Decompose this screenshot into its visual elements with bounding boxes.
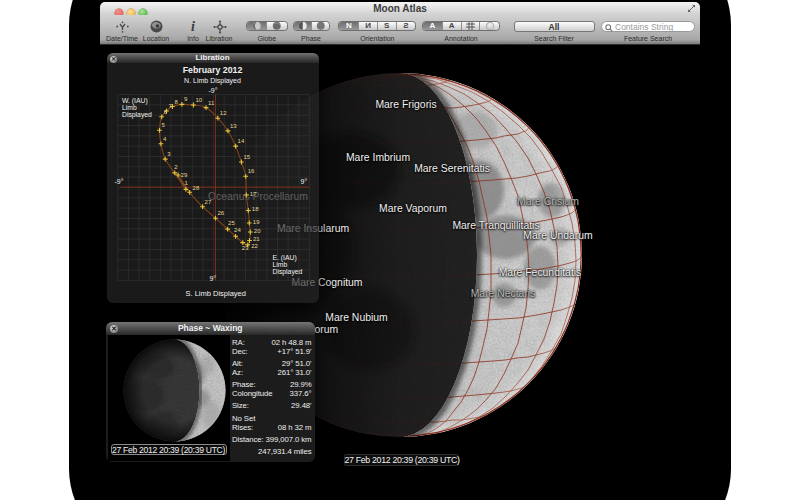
svg-text:10: 10 [195, 97, 202, 103]
svg-text:4: 4 [162, 135, 166, 141]
svg-text:22: 22 [251, 243, 258, 249]
svg-text:28: 28 [192, 185, 199, 191]
svg-text:23: 23 [241, 245, 248, 251]
svg-text:24: 24 [234, 227, 241, 233]
svg-text:11: 11 [208, 99, 215, 105]
svg-text:27: 27 [204, 198, 211, 204]
svg-text:19: 19 [252, 218, 259, 224]
svg-text:8: 8 [174, 98, 178, 104]
svg-text:25: 25 [228, 219, 235, 225]
svg-text:18: 18 [251, 206, 258, 212]
svg-text:21: 21 [253, 236, 260, 242]
svg-text:12: 12 [219, 110, 226, 116]
svg-text:14: 14 [237, 138, 244, 144]
svg-text:15: 15 [243, 154, 250, 160]
svg-text:13: 13 [229, 122, 236, 128]
svg-text:26: 26 [217, 210, 224, 216]
svg-text:29: 29 [180, 171, 187, 177]
svg-text:1: 1 [184, 180, 188, 186]
svg-text:20: 20 [253, 227, 260, 233]
svg-text:9: 9 [183, 96, 187, 102]
svg-text:16: 16 [247, 168, 254, 174]
svg-text:3: 3 [167, 151, 171, 157]
svg-text:17: 17 [249, 190, 256, 196]
